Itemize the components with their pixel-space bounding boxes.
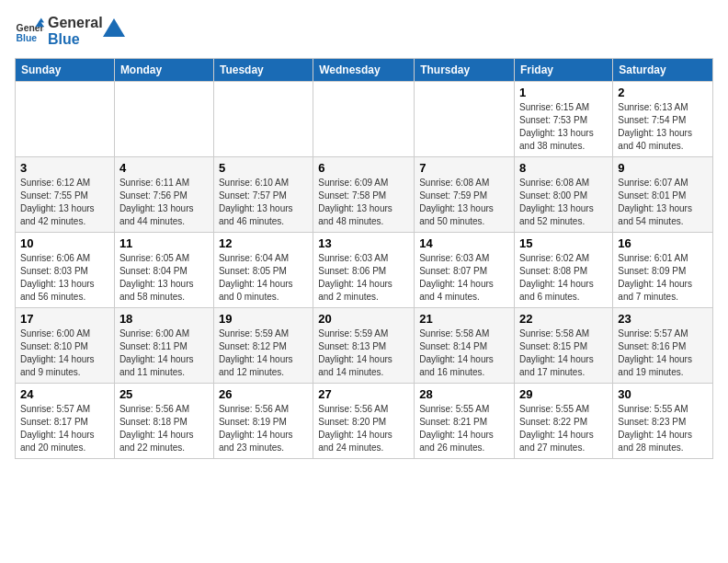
day-info: Sunrise: 6:00 AM Sunset: 8:11 PM Dayligh… [119, 327, 209, 379]
day-cell [114, 82, 213, 157]
week-row-3: 10Sunrise: 6:06 AM Sunset: 8:03 PM Dayli… [16, 233, 713, 308]
day-number: 7 [419, 161, 509, 175]
day-info: Sunrise: 6:02 AM Sunset: 8:08 PM Dayligh… [519, 252, 608, 304]
day-cell: 15Sunrise: 6:02 AM Sunset: 8:08 PM Dayli… [515, 233, 613, 308]
day-number: 28 [419, 387, 509, 401]
day-number: 21 [419, 312, 509, 326]
svg-text:Blue: Blue [17, 33, 38, 43]
day-number: 22 [519, 312, 608, 326]
day-cell: 11Sunrise: 6:05 AM Sunset: 8:04 PM Dayli… [114, 233, 213, 308]
day-info: Sunrise: 6:12 AM Sunset: 7:55 PM Dayligh… [20, 177, 109, 228]
week-row-4: 17Sunrise: 6:00 AM Sunset: 8:10 PM Dayli… [16, 308, 713, 384]
day-info: Sunrise: 5:56 AM Sunset: 8:19 PM Dayligh… [219, 403, 308, 454]
day-info: Sunrise: 6:00 AM Sunset: 8:10 PM Dayligh… [20, 327, 109, 379]
day-number: 26 [219, 387, 308, 401]
day-info: Sunrise: 5:56 AM Sunset: 8:18 PM Dayligh… [119, 403, 209, 454]
day-number: 8 [519, 161, 608, 175]
day-cell: 2Sunrise: 6:13 AM Sunset: 7:54 PM Daylig… [613, 82, 713, 157]
day-info: Sunrise: 6:15 AM Sunset: 7:53 PM Dayligh… [519, 101, 608, 153]
day-cell: 19Sunrise: 5:59 AM Sunset: 8:12 PM Dayli… [213, 308, 313, 384]
day-info: Sunrise: 6:03 AM Sunset: 8:06 PM Dayligh… [318, 252, 409, 304]
day-number: 16 [618, 236, 708, 250]
day-info: Sunrise: 6:11 AM Sunset: 7:56 PM Dayligh… [119, 177, 209, 228]
day-cell: 7Sunrise: 6:08 AM Sunset: 7:59 PM Daylig… [415, 157, 515, 233]
logo-line1: General [48, 15, 103, 31]
day-info: Sunrise: 6:04 AM Sunset: 8:05 PM Dayligh… [219, 252, 308, 304]
day-cell [313, 82, 415, 157]
day-cell: 23Sunrise: 5:57 AM Sunset: 8:16 PM Dayli… [613, 308, 713, 384]
day-cell: 27Sunrise: 5:56 AM Sunset: 8:20 PM Dayli… [313, 384, 415, 459]
day-number: 20 [318, 312, 409, 326]
day-info: Sunrise: 6:06 AM Sunset: 8:03 PM Dayligh… [20, 252, 109, 304]
day-cell: 25Sunrise: 5:56 AM Sunset: 8:18 PM Dayli… [114, 384, 213, 459]
day-number: 12 [219, 236, 308, 250]
day-number: 5 [219, 161, 308, 175]
logo-icon: General Blue [15, 17, 44, 46]
day-info: Sunrise: 5:58 AM Sunset: 8:15 PM Dayligh… [519, 327, 608, 379]
week-row-5: 24Sunrise: 5:57 AM Sunset: 8:17 PM Dayli… [16, 384, 713, 459]
day-number: 27 [318, 387, 409, 401]
day-cell [16, 82, 115, 157]
day-number: 3 [20, 161, 109, 175]
day-number: 19 [219, 312, 308, 326]
day-info: Sunrise: 6:08 AM Sunset: 8:00 PM Dayligh… [519, 177, 608, 228]
day-info: Sunrise: 5:57 AM Sunset: 8:17 PM Dayligh… [20, 403, 109, 454]
day-number: 13 [318, 236, 409, 250]
day-cell [213, 82, 313, 157]
header-sunday: Sunday [16, 59, 115, 82]
day-number: 29 [519, 387, 608, 401]
day-info: Sunrise: 5:58 AM Sunset: 8:14 PM Dayligh… [419, 327, 509, 379]
svg-marker-4 [103, 18, 125, 37]
day-number: 9 [618, 161, 708, 175]
day-cell: 6Sunrise: 6:09 AM Sunset: 7:58 PM Daylig… [313, 157, 415, 233]
day-number: 15 [519, 236, 608, 250]
day-info: Sunrise: 6:01 AM Sunset: 8:09 PM Dayligh… [618, 252, 708, 304]
day-info: Sunrise: 6:08 AM Sunset: 7:59 PM Dayligh… [419, 177, 509, 228]
day-info: Sunrise: 5:59 AM Sunset: 8:12 PM Dayligh… [219, 327, 308, 379]
day-info: Sunrise: 6:05 AM Sunset: 8:04 PM Dayligh… [119, 252, 209, 304]
day-info: Sunrise: 5:56 AM Sunset: 8:20 PM Dayligh… [318, 403, 409, 454]
header-friday: Friday [515, 59, 613, 82]
day-cell: 8Sunrise: 6:08 AM Sunset: 8:00 PM Daylig… [515, 157, 613, 233]
day-info: Sunrise: 6:03 AM Sunset: 8:07 PM Dayligh… [419, 252, 509, 304]
day-number: 18 [119, 312, 209, 326]
day-number: 25 [119, 387, 209, 401]
day-cell: 3Sunrise: 6:12 AM Sunset: 7:55 PM Daylig… [16, 157, 115, 233]
day-cell: 5Sunrise: 6:10 AM Sunset: 7:57 PM Daylig… [213, 157, 313, 233]
day-cell: 4Sunrise: 6:11 AM Sunset: 7:56 PM Daylig… [114, 157, 213, 233]
day-info: Sunrise: 6:13 AM Sunset: 7:54 PM Dayligh… [618, 101, 708, 153]
day-number: 10 [20, 236, 109, 250]
logo: General Blue General Blue [15, 15, 125, 47]
day-cell: 20Sunrise: 5:59 AM Sunset: 8:13 PM Dayli… [313, 308, 415, 384]
header-row: SundayMondayTuesdayWednesdayThursdayFrid… [16, 59, 713, 82]
logo-arrow-icon [103, 18, 125, 37]
day-info: Sunrise: 5:55 AM Sunset: 8:22 PM Dayligh… [519, 403, 608, 454]
header-tuesday: Tuesday [213, 59, 313, 82]
day-info: Sunrise: 5:55 AM Sunset: 8:23 PM Dayligh… [618, 403, 708, 454]
header-monday: Monday [114, 59, 213, 82]
day-number: 14 [419, 236, 509, 250]
day-number: 11 [119, 236, 209, 250]
day-number: 6 [318, 161, 409, 175]
day-cell: 30Sunrise: 5:55 AM Sunset: 8:23 PM Dayli… [613, 384, 713, 459]
day-cell: 18Sunrise: 6:00 AM Sunset: 8:11 PM Dayli… [114, 308, 213, 384]
header-thursday: Thursday [415, 59, 515, 82]
week-row-2: 3Sunrise: 6:12 AM Sunset: 7:55 PM Daylig… [16, 157, 713, 233]
day-info: Sunrise: 6:07 AM Sunset: 8:01 PM Dayligh… [618, 177, 708, 228]
day-info: Sunrise: 6:10 AM Sunset: 7:57 PM Dayligh… [219, 177, 308, 228]
header-wednesday: Wednesday [313, 59, 415, 82]
day-cell: 9Sunrise: 6:07 AM Sunset: 8:01 PM Daylig… [613, 157, 713, 233]
day-cell: 14Sunrise: 6:03 AM Sunset: 8:07 PM Dayli… [415, 233, 515, 308]
logo-line2: Blue [48, 31, 103, 48]
day-number: 30 [618, 387, 708, 401]
day-cell: 26Sunrise: 5:56 AM Sunset: 8:19 PM Dayli… [213, 384, 313, 459]
day-number: 24 [20, 387, 109, 401]
day-cell: 24Sunrise: 5:57 AM Sunset: 8:17 PM Dayli… [16, 384, 115, 459]
day-cell: 17Sunrise: 6:00 AM Sunset: 8:10 PM Dayli… [16, 308, 115, 384]
day-cell: 21Sunrise: 5:58 AM Sunset: 8:14 PM Dayli… [415, 308, 515, 384]
day-number: 17 [20, 312, 109, 326]
day-cell: 10Sunrise: 6:06 AM Sunset: 8:03 PM Dayli… [16, 233, 115, 308]
day-number: 4 [119, 161, 209, 175]
day-info: Sunrise: 5:59 AM Sunset: 8:13 PM Dayligh… [318, 327, 409, 379]
day-info: Sunrise: 5:57 AM Sunset: 8:16 PM Dayligh… [618, 327, 708, 379]
